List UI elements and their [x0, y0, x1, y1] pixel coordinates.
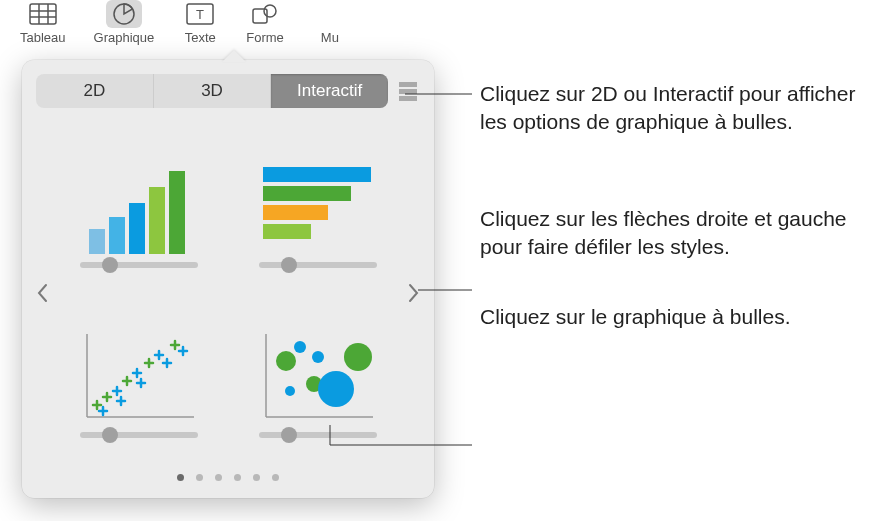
- callout-tabs: Cliquez sur 2D ou Interactif pour affich…: [480, 80, 860, 137]
- callout-arrows: Cliquez sur les flèches droite et gauche…: [480, 205, 860, 262]
- callout-bubble: Cliquez sur le graphique à bulles.: [480, 303, 860, 331]
- callouts: Cliquez sur 2D ou Interactif pour affich…: [480, 80, 860, 374]
